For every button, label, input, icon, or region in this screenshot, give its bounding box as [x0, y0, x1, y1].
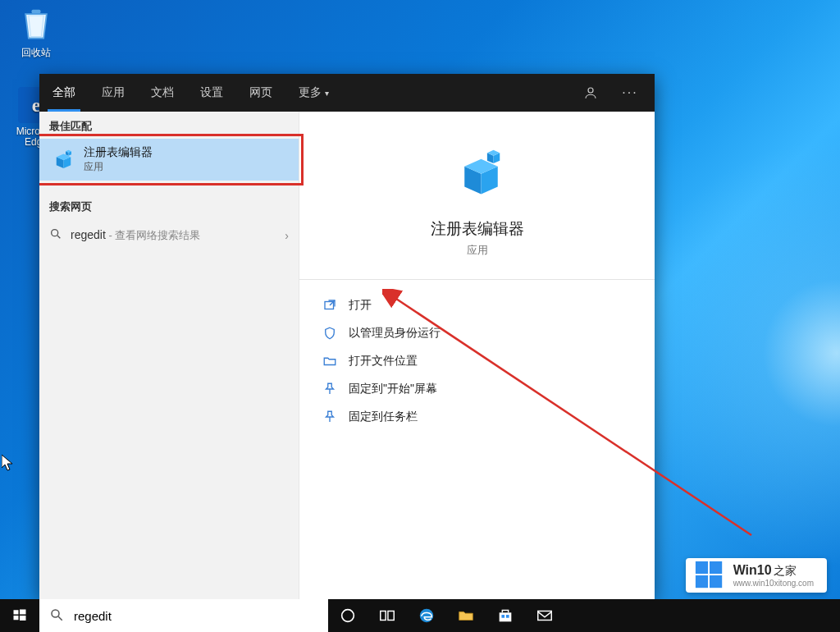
action-label: 打开文件位置 — [349, 354, 418, 369]
tab-documents[interactable]: 文档 — [138, 74, 187, 112]
action-label: 固定到任务栏 — [349, 410, 418, 424]
desktop-icon-label: 回收站 — [7, 46, 66, 60]
section-best-match: 最佳匹配 — [39, 112, 299, 139]
action-open[interactable]: 打开 — [321, 291, 633, 319]
registry-editor-icon — [49, 148, 74, 172]
svg-point-28 — [52, 610, 59, 617]
search-results-panel: 全部 应用 文档 设置 网页 更多 ▾ ··· 最佳匹配 — [39, 74, 655, 599]
search-filter-tabs: 全部 应用 文档 设置 网页 更多 ▾ ··· — [39, 74, 655, 112]
watermark: Win10之家 www.win10xitong.com — [686, 558, 827, 593]
svg-rect-19 — [696, 561, 708, 574]
svg-rect-21 — [696, 575, 708, 588]
account-icon[interactable] — [573, 74, 609, 112]
taskbar — [0, 599, 840, 632]
pin-icon — [322, 410, 337, 424]
taskbar-file-explorer-icon[interactable] — [446, 599, 486, 632]
svg-rect-26 — [14, 616, 19, 620]
taskbar-mail-icon[interactable] — [525, 599, 564, 632]
action-open-file-location[interactable]: 打开文件位置 — [321, 347, 633, 375]
svg-rect-34 — [500, 612, 512, 621]
web-search-item[interactable]: regedit - 查看网络搜索结果 › — [39, 219, 299, 251]
recycle-bin-icon — [18, 7, 54, 43]
svg-rect-36 — [506, 615, 509, 618]
action-label: 打开 — [349, 298, 372, 313]
search-icon — [49, 607, 64, 625]
windows-logo-icon — [694, 560, 725, 591]
svg-point-1 — [588, 88, 593, 93]
action-run-as-admin[interactable]: 以管理员身份运行 — [321, 319, 633, 347]
svg-rect-31 — [381, 611, 386, 621]
preview-subtitle: 应用 — [321, 243, 633, 258]
action-label: 固定到"开始"屏幕 — [349, 382, 437, 396]
svg-rect-24 — [14, 610, 19, 614]
svg-point-8 — [52, 230, 58, 236]
desktop-icon-recycle-bin[interactable]: 回收站 — [7, 7, 66, 60]
chevron-right-icon: › — [285, 229, 289, 242]
cortana-icon[interactable] — [328, 599, 368, 632]
pin-icon — [322, 382, 337, 396]
section-web: 搜索网页 — [39, 192, 299, 219]
task-view-icon[interactable] — [368, 599, 407, 632]
result-preview-pane: 注册表编辑器 应用 打开 — [299, 112, 655, 599]
cursor-icon — [2, 455, 13, 471]
start-button[interactable] — [0, 599, 39, 632]
open-icon — [322, 298, 337, 313]
tab-apps[interactable]: 应用 — [89, 74, 138, 112]
folder-icon — [322, 354, 337, 369]
action-pin-to-taskbar[interactable]: 固定到任务栏 — [321, 403, 633, 431]
more-options-icon[interactable]: ··· — [612, 74, 648, 112]
registry-editor-icon — [448, 146, 507, 205]
svg-line-9 — [57, 236, 60, 238]
taskbar-store-icon[interactable] — [486, 599, 525, 632]
svg-line-29 — [58, 616, 62, 621]
search-results-list: 最佳匹配 — [39, 112, 299, 599]
svg-rect-0 — [32, 10, 41, 14]
svg-rect-27 — [20, 616, 26, 621]
taskbar-search-box[interactable] — [39, 599, 328, 632]
divider — [299, 279, 655, 280]
svg-rect-37 — [538, 611, 552, 621]
svg-rect-35 — [501, 615, 504, 618]
annotation-highlight — [39, 134, 304, 185]
tab-more[interactable]: 更多 ▾ — [285, 74, 342, 112]
svg-rect-20 — [710, 561, 722, 574]
svg-marker-23 — [2, 455, 12, 470]
search-input[interactable] — [72, 608, 318, 624]
search-icon — [49, 227, 62, 243]
preview-title: 注册表编辑器 — [321, 218, 633, 240]
search-result-regedit[interactable]: 注册表编辑器 应用 — [39, 139, 299, 181]
shield-icon — [322, 326, 337, 341]
tab-settings[interactable]: 设置 — [187, 74, 236, 112]
svg-rect-22 — [710, 575, 722, 588]
svg-point-30 — [342, 610, 354, 622]
result-subtitle: 应用 — [84, 160, 153, 174]
taskbar-edge-icon[interactable] — [407, 599, 446, 632]
windows-logo-icon — [12, 608, 27, 623]
action-label: 以管理员身份运行 — [349, 326, 441, 341]
web-suffix: - 查看网络搜索结果 — [106, 229, 201, 241]
tab-web[interactable]: 网页 — [236, 74, 285, 112]
web-term: regedit — [71, 228, 106, 241]
action-pin-to-start[interactable]: 固定到"开始"屏幕 — [321, 375, 633, 403]
result-title: 注册表编辑器 — [84, 145, 153, 160]
svg-rect-32 — [388, 611, 394, 621]
chevron-down-icon: ▾ — [325, 89, 329, 98]
svg-rect-25 — [20, 610, 26, 615]
tab-all[interactable]: 全部 — [39, 74, 89, 112]
